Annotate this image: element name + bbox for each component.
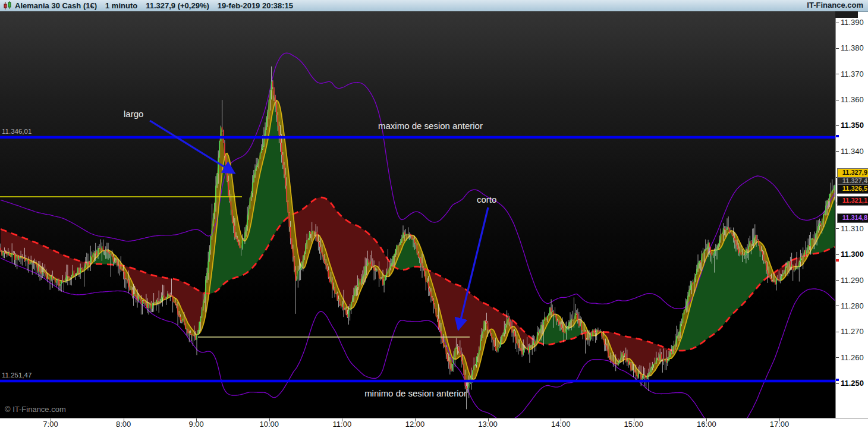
time-tick-label: 8:00 bbox=[116, 420, 131, 428]
time-tick-label: 13:00 bbox=[478, 420, 498, 428]
price-tick bbox=[836, 125, 839, 126]
price-tick bbox=[836, 23, 839, 23]
corto-arrow[interactable] bbox=[458, 207, 488, 329]
price-badge: 11.321,1 bbox=[837, 196, 868, 206]
time-tick-label: 9:00 bbox=[189, 420, 204, 428]
time-tick-label: 15:00 bbox=[624, 420, 644, 428]
price-tick-label: 11.380 bbox=[841, 43, 864, 52]
price-axis[interactable]: 11.39011.38011.37011.36011.35011.34011.3… bbox=[835, 18, 868, 418]
price-tick bbox=[836, 74, 839, 74]
price-tick-label: 11.260 bbox=[841, 353, 864, 362]
time-tick-label: 10:00 bbox=[260, 420, 279, 428]
session-low-annotation: minimo de sesion anterior bbox=[364, 388, 467, 398]
price-tick bbox=[836, 332, 839, 332]
axis-level-mark bbox=[836, 259, 839, 262]
time-tick-label: 16:00 bbox=[697, 420, 716, 428]
price-tick-label: 11.300 bbox=[841, 250, 864, 259]
time-tick-label: 12:00 bbox=[405, 420, 425, 428]
largo-annotation: largo bbox=[124, 109, 143, 119]
price-tick-label: 11.390 bbox=[841, 18, 864, 27]
price-tick-label: 11.310 bbox=[841, 224, 864, 233]
price-tick-label: 11.370 bbox=[841, 70, 864, 78]
time-axis[interactable]: 7:008:009:0010:0011:0012:0013:0014:0015:… bbox=[0, 418, 868, 428]
axis-level-mark bbox=[836, 379, 839, 381]
price-tick-label: 11.350 bbox=[841, 121, 864, 130]
price-tick-label: 11.340 bbox=[841, 147, 864, 156]
price-tick-label: 11.250 bbox=[841, 379, 864, 388]
price-tick bbox=[836, 48, 839, 49]
watermark: © IT-Finance.com bbox=[5, 405, 66, 414]
trading-app-window: Alemania 30 Cash (1€) 1 minuto 11.327,9 … bbox=[0, 0, 868, 428]
corto-annotation: corto bbox=[477, 194, 496, 204]
session-low-value-label: 11.251,47 bbox=[2, 372, 32, 379]
price-tick bbox=[836, 357, 839, 358]
session-high-annotation: maximo de sesion anterior bbox=[378, 121, 483, 131]
session-high-value-label: 11.346,01 bbox=[2, 128, 32, 135]
price-tick bbox=[836, 100, 839, 100]
time-tick-label: 7:00 bbox=[43, 420, 58, 428]
price-badge: 11.326,5 bbox=[837, 184, 868, 194]
price-tick-label: 11.290 bbox=[841, 276, 864, 285]
price-badge: 11.327,9 bbox=[837, 168, 868, 178]
price-tick bbox=[836, 151, 839, 152]
price-tick bbox=[836, 254, 839, 255]
price-tick bbox=[836, 280, 839, 281]
price-tick-label: 11.270 bbox=[841, 327, 864, 336]
price-badge: 11.314,8 bbox=[837, 213, 868, 223]
price-tick-label: 11.280 bbox=[841, 301, 864, 310]
price-tick bbox=[836, 228, 839, 229]
time-tick-label: 11:00 bbox=[333, 420, 352, 428]
price-tick bbox=[836, 306, 839, 306]
chart-annotation-layer: 11.346,01 11.251,47 maximo de sesion ant… bbox=[0, 0, 868, 428]
price-tick bbox=[836, 383, 839, 384]
time-tick-label: 14:00 bbox=[551, 420, 571, 428]
axis-level-mark bbox=[836, 135, 839, 137]
largo-arrow[interactable] bbox=[150, 121, 234, 173]
price-tick-label: 11.360 bbox=[841, 95, 864, 104]
time-tick-label: 17:00 bbox=[770, 420, 790, 428]
